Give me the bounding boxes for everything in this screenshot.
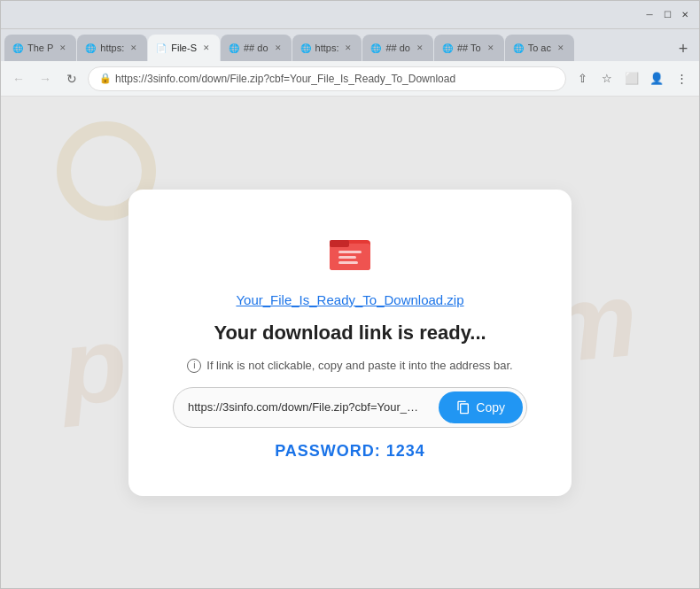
svg-rect-7	[338, 261, 358, 264]
address-bar: ← → ↻ 🔒 https://3sinfo.com/down/File.zip…	[1, 61, 699, 97]
filename-link[interactable]: Your_File_Is_Ready_To_Download.zip	[236, 292, 463, 307]
bookmark-button[interactable]: ☆	[596, 68, 618, 89]
title-bar: ─ ☐ ✕	[1, 1, 699, 29]
tab-close-button[interactable]: ✕	[342, 42, 354, 54]
svg-rect-6	[338, 256, 356, 259]
download-url: https://3sinfo.com/down/File.zip?cbf=You…	[174, 391, 435, 422]
minimize-button[interactable]: ─	[642, 8, 657, 22]
toolbar-right: ⇧ ☆ ⬜ 👤 ⋮	[572, 68, 692, 89]
tab-title: The P	[27, 43, 53, 53]
menu-button[interactable]: ⋮	[671, 68, 692, 89]
tab-favicon: 🌐	[299, 42, 312, 54]
tab-title: https:	[315, 43, 339, 53]
extensions-button[interactable]: ⬜	[621, 68, 642, 89]
ready-title: Your download link is ready...	[214, 322, 486, 345]
tab-favicon: 🌐	[441, 42, 454, 54]
browser-tab-tab1[interactable]: 🌐 The P ✕	[4, 35, 76, 61]
password-text: PASSWORD: 1234	[275, 442, 425, 461]
address-text: https://3sinfo.com/down/File.zip?cbf=You…	[115, 73, 455, 85]
tab-favicon: 🌐	[512, 42, 525, 54]
close-button[interactable]: ✕	[678, 8, 692, 22]
maximize-button[interactable]: ☐	[660, 8, 674, 22]
copy-icon	[456, 400, 471, 415]
lock-icon: 🔒	[99, 73, 112, 84]
tab-title: ## do	[244, 43, 268, 53]
tab-title: ## do	[385, 43, 410, 53]
tab-close-button[interactable]: ✕	[128, 42, 140, 54]
copy-button-label: Copy	[476, 400, 505, 415]
tab-title: File-S	[171, 43, 197, 53]
tab-close-button[interactable]: ✕	[555, 42, 567, 54]
page-content: pcrisk.com Your_File_Is_Ready_To_Downloa…	[1, 97, 699, 588]
tab-bar: 🌐 The P ✕ 🌐 https: ✕ 📄 File-S ✕ 🌐 ## do …	[1, 29, 699, 61]
download-card: Your_File_Is_Ready_To_Download.zip Your …	[128, 190, 572, 496]
url-row: https://3sinfo.com/down/File.zip?cbf=You…	[173, 387, 527, 428]
tab-title: To ac	[528, 43, 551, 53]
tab-close-button[interactable]: ✕	[272, 42, 284, 54]
tab-close-button[interactable]: ✕	[200, 42, 213, 54]
tab-title: https:	[100, 43, 124, 53]
tab-favicon: 🌐	[12, 42, 24, 54]
browser-tab-tab6[interactable]: 🌐 ## do ✕	[362, 35, 433, 61]
share-button[interactable]: ⇧	[572, 68, 593, 89]
new-tab-button[interactable]: +	[671, 36, 696, 61]
browser-tab-tab4[interactable]: 🌐 ## do ✕	[221, 35, 292, 61]
forward-button[interactable]: →	[35, 68, 56, 89]
browser-tab-tab3[interactable]: 📄 File-S ✕	[148, 35, 220, 61]
tab-favicon: 🌐	[84, 42, 97, 54]
address-input[interactable]: 🔒 https://3sinfo.com/down/File.zip?cbf=Y…	[88, 66, 566, 91]
info-icon: i	[187, 359, 201, 373]
browser-tab-tab2[interactable]: 🌐 https: ✕	[77, 35, 147, 61]
hint-text: i If link is not clickable, copy and pas…	[187, 359, 512, 373]
tab-favicon: 🌐	[369, 42, 382, 54]
tab-close-button[interactable]: ✕	[57, 42, 69, 54]
browser-tab-tab7[interactable]: 🌐 ## To ✕	[434, 35, 504, 61]
tab-title: ## To	[457, 43, 481, 53]
tab-close-button[interactable]: ✕	[485, 42, 497, 54]
browser-tab-tab5[interactable]: 🌐 https: ✕	[292, 35, 362, 61]
back-button[interactable]: ←	[8, 68, 29, 89]
browser-window: ─ ☐ ✕ 🌐 The P ✕ 🌐 https: ✕ 📄 File-S ✕ 🌐 …	[0, 0, 700, 589]
profile-button[interactable]: 👤	[646, 68, 667, 89]
window-controls: ─ ☐ ✕	[642, 8, 692, 22]
browser-tab-tab8[interactable]: 🌐 To ac ✕	[505, 35, 574, 61]
tab-favicon: 🌐	[228, 42, 240, 54]
svg-rect-5	[338, 251, 362, 253]
copy-button[interactable]: Copy	[439, 391, 523, 423]
tab-close-button[interactable]: ✕	[414, 42, 426, 54]
file-icon	[323, 225, 377, 278]
refresh-button[interactable]: ↻	[61, 68, 82, 89]
svg-rect-4	[330, 240, 349, 247]
tab-favicon: 📄	[155, 42, 167, 54]
